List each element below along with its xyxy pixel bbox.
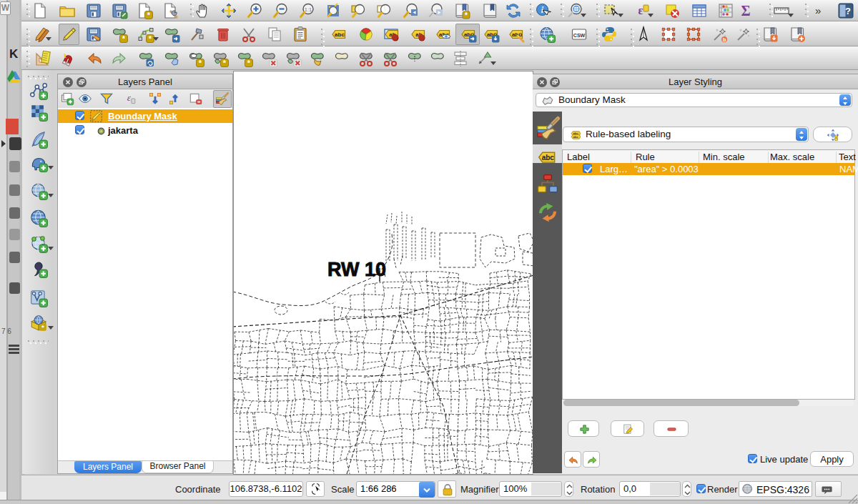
- svg-text:*: *: [465, 11, 468, 19]
- svg-text:ε: ε: [638, 4, 644, 16]
- svg-text:*: *: [147, 11, 151, 19]
- svg-text:*: *: [149, 34, 152, 43]
- svg-text:RW 10: RW 10: [327, 259, 386, 280]
- svg-text:abc: abc: [573, 135, 578, 139]
- svg-text:abc: abc: [335, 31, 345, 38]
- svg-text:*: *: [247, 59, 251, 67]
- svg-text:*: *: [223, 59, 227, 67]
- svg-text:CSW: CSW: [573, 33, 586, 38]
- svg-text:?: ?: [845, 6, 851, 16]
- svg-text:*: *: [199, 59, 202, 67]
- svg-text:*: *: [122, 34, 126, 43]
- svg-text:Σ: Σ: [741, 3, 750, 19]
- svg-text:ε: ε: [127, 92, 132, 103]
- svg-text:abc: abc: [542, 154, 555, 162]
- svg-text:1:1: 1:1: [305, 6, 312, 13]
- svg-text:*: *: [41, 323, 44, 331]
- svg-text:b: b: [723, 36, 726, 43]
- svg-text:abŭ: abŭ: [512, 31, 522, 38]
